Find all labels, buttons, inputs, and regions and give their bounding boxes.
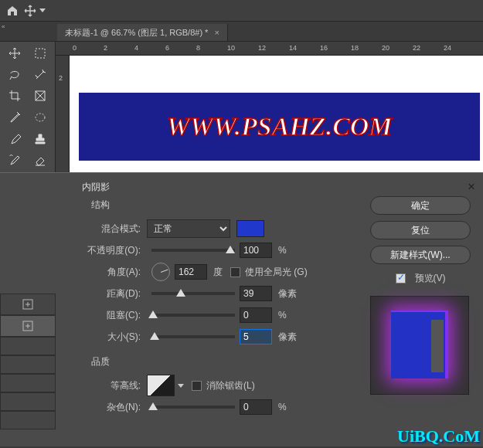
noise-label: 杂色(N): (70, 401, 147, 414)
tool-palette (0, 42, 56, 173)
ruler-tick: 6 (165, 44, 169, 52)
canvas-content: WWW.PSAHZ.COM (70, 56, 483, 173)
antialias-checkbox[interactable] (192, 381, 202, 391)
reset-button[interactable]: 复位 (370, 221, 471, 239)
close-tab-icon[interactable]: × (214, 28, 219, 37)
move-tool[interactable] (2, 43, 27, 63)
ruler-vertical: 2 (56, 56, 70, 173)
eraser-tool[interactable] (27, 150, 53, 170)
panel-item-4[interactable] (0, 355, 56, 374)
ruler-tick: 20 (382, 44, 389, 52)
ok-button[interactable]: 确定 (370, 196, 471, 215)
crop-tool[interactable] (2, 86, 27, 106)
panel-item-5[interactable] (0, 374, 56, 392)
home-button[interactable] (2, 2, 23, 19)
ruler-tick: 18 (351, 44, 359, 52)
quick-select-tool[interactable] (27, 65, 53, 85)
brush-tool[interactable] (2, 129, 27, 149)
choke-slider[interactable] (151, 314, 235, 317)
frame-tool[interactable] (27, 86, 53, 106)
lasso-icon (8, 68, 22, 82)
preview-label: 预览(V) (415, 272, 446, 285)
angle-unit: 度 (213, 266, 223, 279)
historybrush-icon (8, 153, 22, 167)
row-contour: 等高线: 消除锯齿(L) (70, 375, 365, 396)
color-swatch[interactable] (236, 220, 264, 237)
heal-tool[interactable] (27, 107, 53, 127)
history-brush-tool[interactable] (2, 150, 27, 170)
effect-panel: 内阴影 结构 混合模式: 正常 不透明度(O): % 角度(A): 度 使用全局… (62, 181, 365, 418)
group-quality: 品质 (91, 355, 365, 368)
app-topbar (0, 0, 483, 22)
preview-checkbox[interactable] (396, 273, 406, 283)
choke-unit: % (278, 310, 287, 321)
row-blend-mode: 混合模式: 正常 (70, 218, 365, 239)
lasso-tool[interactable] (2, 65, 27, 85)
preview-toggle[interactable]: 预览(V) (370, 272, 471, 285)
blend-mode-label: 混合模式: (70, 222, 147, 236)
move-tool-icon (8, 46, 22, 60)
ruler-tick: 16 (320, 44, 328, 52)
ruler-tick: 0 (73, 44, 77, 52)
document-canvas[interactable]: WWW.PSAHZ.COM (70, 56, 483, 173)
patch-icon (33, 110, 47, 124)
marquee-tool[interactable] (27, 43, 53, 63)
blue-rectangle: WWW.PSAHZ.COM (79, 93, 480, 161)
row-noise: 杂色(N): % (70, 396, 365, 418)
distance-slider[interactable] (151, 292, 235, 295)
dialog-buttons: 确定 复位 新建样式(W)... 预览(V) (370, 196, 471, 395)
choke-input[interactable] (240, 307, 272, 323)
angle-input[interactable] (175, 264, 207, 280)
preview-inner (431, 320, 444, 372)
document-tab[interactable]: 未标题-1 @ 66.7% (图层 1, RGB/8#) * × (57, 24, 228, 41)
ruler-tick: 4 (134, 44, 138, 52)
ruler-tick: 12 (258, 44, 266, 52)
chevron-down-icon (39, 8, 46, 12)
size-slider[interactable] (151, 335, 235, 338)
eyedropper-tool[interactable] (2, 107, 27, 127)
contour-label: 等高线: (70, 379, 147, 392)
contour-picker[interactable] (147, 375, 175, 396)
svg-point-2 (36, 114, 45, 121)
panel-item-3[interactable] (0, 337, 56, 355)
home-icon (6, 5, 19, 17)
new-style-button[interactable]: 新建样式(W)... (370, 246, 471, 264)
size-input[interactable] (240, 329, 272, 344)
distance-label: 距离(D): (70, 287, 147, 300)
opacity-input[interactable] (240, 243, 272, 258)
ruler-tick: 22 (413, 44, 420, 52)
blend-mode-select[interactable]: 正常 (147, 219, 230, 238)
panel-add-2[interactable] (0, 315, 56, 337)
ruler-tick: 14 (289, 44, 297, 52)
size-label: 大小(S): (70, 331, 147, 344)
angle-dial[interactable] (151, 263, 170, 281)
stamp-tool[interactable] (27, 129, 53, 149)
layer-style-dialog: × 内阴影 结构 混合模式: 正常 不透明度(O): % 角度(A): 度 (0, 172, 483, 446)
document-tabstrip: 未标题-1 @ 66.7% (图层 1, RGB/8#) * × (0, 22, 483, 42)
distance-input[interactable] (240, 286, 272, 301)
panel-item-6[interactable] (0, 392, 56, 411)
panel-collapse-icon[interactable]: « (2, 23, 5, 30)
move-arrows-icon (24, 5, 36, 17)
panel-add-1[interactable] (0, 294, 56, 315)
svg-rect-0 (36, 49, 45, 58)
noise-slider[interactable] (151, 406, 235, 409)
marquee-icon (33, 46, 47, 60)
ruler-tick: 10 (227, 44, 235, 52)
move-dropdown[interactable] (23, 2, 54, 19)
row-distance: 距离(D): 像素 (70, 283, 365, 304)
global-light-checkbox[interactable] (230, 267, 240, 277)
noise-unit: % (278, 402, 287, 412)
antialias-label: 消除锯齿(L) (206, 379, 255, 392)
opacity-slider[interactable] (151, 249, 235, 252)
document-tab-title: 未标题-1 @ 66.7% (图层 1, RGB/8#) * (65, 27, 208, 39)
ruler-tick: 2 (104, 44, 107, 52)
brush-icon (8, 132, 22, 146)
panel-item-7[interactable] (0, 411, 56, 429)
contour-dropdown-icon[interactable] (178, 384, 184, 388)
close-dialog-button[interactable]: × (468, 179, 475, 195)
distance-unit: 像素 (278, 287, 297, 300)
opacity-label: 不透明度(O): (70, 244, 147, 257)
noise-input[interactable] (240, 399, 272, 415)
angle-label: 角度(A): (70, 266, 147, 279)
